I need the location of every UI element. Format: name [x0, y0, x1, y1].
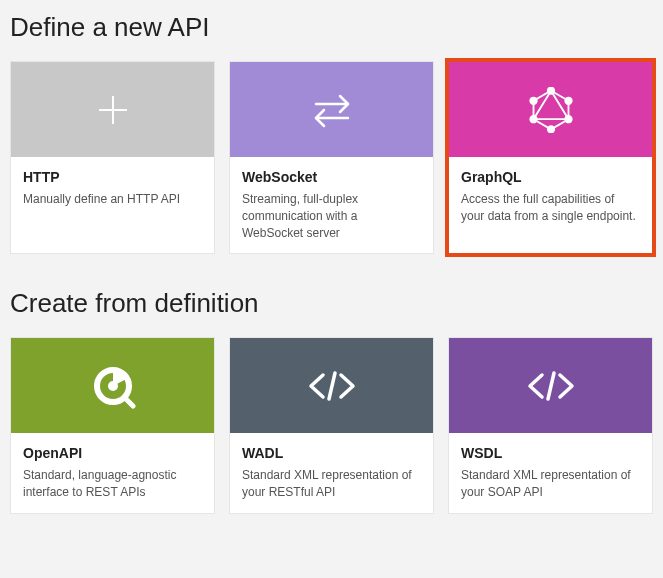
card-body: WADL Standard XML representation of your…: [230, 433, 433, 513]
code-brackets-icon: [449, 338, 652, 433]
card-websocket[interactable]: WebSocket Streaming, full-duplex communi…: [229, 61, 434, 254]
card-title: WSDL: [461, 445, 640, 461]
svg-marker-5: [533, 90, 568, 119]
card-body: WebSocket Streaming, full-duplex communi…: [230, 157, 433, 253]
card-body: OpenAPI Standard, language-agnostic inte…: [11, 433, 214, 513]
card-wadl[interactable]: WADL Standard XML representation of your…: [229, 337, 434, 514]
graphql-icon: [449, 62, 652, 157]
card-desc: Streaming, full-duplex communication wit…: [242, 191, 421, 241]
card-graphql[interactable]: GraphQL Access the full capabilities of …: [448, 61, 653, 254]
svg-line-15: [329, 373, 335, 399]
card-http[interactable]: HTTP Manually define an HTTP API: [10, 61, 215, 254]
card-row-define: HTTP Manually define an HTTP API WebSock…: [10, 61, 653, 254]
section-heading-create: Create from definition: [10, 288, 653, 319]
arrows-swap-icon: [230, 62, 433, 157]
svg-point-6: [547, 87, 553, 93]
card-title: WebSocket: [242, 169, 421, 185]
svg-line-14: [124, 397, 133, 406]
card-desc: Standard, language-agnostic interface to…: [23, 467, 202, 501]
code-brackets-icon: [230, 338, 433, 433]
svg-point-7: [565, 97, 571, 103]
card-title: GraphQL: [461, 169, 640, 185]
card-openapi[interactable]: OpenAPI Standard, language-agnostic inte…: [10, 337, 215, 514]
card-row-create: OpenAPI Standard, language-agnostic inte…: [10, 337, 653, 514]
card-body: HTTP Manually define an HTTP API: [11, 157, 214, 253]
card-desc: Manually define an HTTP API: [23, 191, 202, 208]
svg-point-11: [530, 97, 536, 103]
svg-line-16: [548, 373, 554, 399]
svg-point-9: [547, 126, 553, 132]
plus-icon: [11, 62, 214, 157]
card-desc: Standard XML representation of your SOAP…: [461, 467, 640, 501]
card-title: WADL: [242, 445, 421, 461]
card-desc: Access the full capabilities of your dat…: [461, 191, 640, 225]
section-heading-define: Define a new API: [10, 12, 653, 43]
card-title: OpenAPI: [23, 445, 202, 461]
svg-point-10: [530, 115, 536, 121]
card-body: GraphQL Access the full capabilities of …: [449, 157, 652, 253]
svg-point-8: [565, 115, 571, 121]
openapi-icon: [11, 338, 214, 433]
card-desc: Standard XML representation of your REST…: [242, 467, 421, 501]
card-wsdl[interactable]: WSDL Standard XML representation of your…: [448, 337, 653, 514]
card-body: WSDL Standard XML representation of your…: [449, 433, 652, 513]
card-title: HTTP: [23, 169, 202, 185]
svg-point-13: [108, 381, 118, 391]
